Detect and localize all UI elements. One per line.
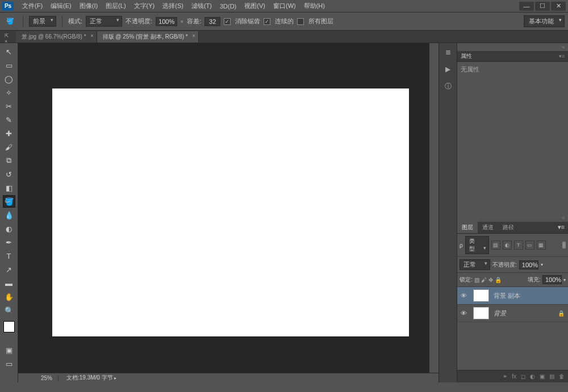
fill-input[interactable]: 100% (542, 275, 562, 284)
document-tab[interactable]: 景.jpg @ 66.7%(RGB/8) * × (16, 31, 97, 43)
foreground-swatch[interactable] (3, 321, 15, 332)
antialias-checkbox[interactable]: ✓ (224, 18, 231, 25)
filter-toggle[interactable] (562, 242, 566, 248)
hand-tool[interactable]: ✋ (3, 290, 15, 303)
document-canvas[interactable] (52, 88, 409, 336)
layer-name[interactable]: 背景 (494, 309, 506, 318)
workspace-switcher[interactable]: 基本功能 (524, 15, 565, 27)
vertical-scrollbar[interactable] (429, 43, 438, 373)
layer-blend-dropdown[interactable]: 正常 (460, 259, 490, 270)
panel-menu-icon[interactable]: ▾≡ (559, 53, 565, 59)
all-layers-checkbox[interactable] (297, 18, 304, 25)
menu-window[interactable]: 窗口(W) (269, 2, 300, 10)
marquee-tool[interactable]: ▭ (3, 59, 15, 71)
menu-edit[interactable]: 编辑(E) (47, 2, 76, 10)
pen-tool[interactable]: ✒ (3, 236, 15, 248)
menu-file[interactable]: 文件(F) (18, 2, 47, 10)
layer-filter-dropdown[interactable]: 类型 (465, 236, 489, 254)
lock-pixels-icon[interactable]: 🖌 (481, 277, 487, 283)
lock-position-icon[interactable]: ✥ (488, 277, 493, 283)
delete-layer-icon[interactable]: 🗑 (559, 373, 565, 380)
minimize-button[interactable]: — (519, 2, 534, 11)
document-info[interactable]: 文档:19.3M/0 字节 (66, 374, 116, 382)
antialias-label: 消除锯齿 (235, 17, 260, 26)
brush-tool[interactable]: 🖌 (3, 141, 15, 153)
menu-select[interactable]: 选择(S) (158, 2, 187, 10)
menu-layer[interactable]: 图层(L) (102, 2, 130, 10)
type-tool[interactable]: T (3, 250, 15, 262)
paths-tab[interactable]: 路径 (498, 222, 519, 233)
magic-wand-tool[interactable]: ✧ (3, 86, 15, 99)
visibility-toggle-icon[interactable]: 👁 (461, 292, 469, 299)
layer-opacity-input[interactable]: 100% (519, 260, 538, 269)
properties-panel-tab[interactable]: 属性 ▾≡ (457, 51, 568, 62)
menu-image[interactable]: 图像(I) (76, 2, 102, 10)
lock-all-icon[interactable]: 🔒 (495, 277, 502, 283)
blend-mode-dropdown[interactable]: 正常 (86, 16, 122, 27)
maximize-button[interactable]: ☐ (535, 2, 550, 11)
zoom-level[interactable]: 25% (41, 375, 59, 381)
lock-transparent-icon[interactable]: ▨ (474, 277, 479, 283)
layer-thumbnail[interactable] (473, 307, 489, 319)
link-layers-icon[interactable]: ⚭ (503, 373, 507, 380)
tool-preset-icon[interactable]: 🪣 (3, 15, 17, 28)
paint-bucket-tool[interactable]: 🪣 (3, 195, 15, 208)
filter-pixel-icon[interactable]: ▧ (491, 241, 500, 250)
quick-mask-icon[interactable]: ▣ (3, 344, 15, 356)
contiguous-checkbox[interactable]: ✓ (264, 18, 270, 25)
shape-tool[interactable]: ▬ (3, 277, 15, 289)
layer-thumbnail[interactable] (473, 289, 489, 302)
channels-tab[interactable]: 通道 (478, 222, 498, 233)
healing-tool[interactable]: ✚ (3, 127, 15, 140)
menu-view[interactable]: 视图(V) (240, 2, 269, 10)
layers-panel: 图层 通道 路径 ▾≡ ρ 类型 ▧ ◐ T ▭ ▦ 正常 不透明度: 100%… (457, 222, 568, 382)
layers-tab[interactable]: 图层 (457, 222, 478, 233)
layer-row[interactable]: 👁 背景 🔒 (457, 305, 568, 322)
zoom-tool[interactable]: 🔍 (3, 304, 15, 317)
screen-mode-icon[interactable]: ▭ (3, 357, 15, 370)
adjustment-layer-icon[interactable]: ◐ (530, 373, 535, 380)
history-brush-tool[interactable]: ↺ (3, 168, 15, 180)
document-tab[interactable]: 排版 @ 25% (背景 副本, RGB/8) * × (97, 31, 199, 43)
panel-collapse-icon[interactable]: « (457, 43, 568, 51)
dodge-tool[interactable]: ◐ (3, 222, 15, 235)
move-tool[interactable]: ↖ (3, 45, 15, 58)
tab-close-icon[interactable]: × (192, 33, 195, 39)
layer-row[interactable]: 👁 背景 副本 (457, 287, 568, 305)
tolerance-input[interactable]: 32 (204, 17, 220, 26)
panel-menu-icon[interactable]: ▾≡ (554, 222, 568, 233)
color-swatches[interactable] (1, 321, 17, 337)
menu-help[interactable]: 帮助(H) (300, 2, 329, 10)
menu-3d[interactable]: 3D(D) (216, 3, 240, 10)
stamp-tool[interactable]: ⧉ (3, 154, 15, 167)
fill-source-dropdown[interactable]: 前景 (29, 16, 56, 27)
layer-style-icon[interactable]: fx (512, 373, 516, 380)
crop-tool[interactable]: ✂ (3, 100, 15, 112)
layer-name[interactable]: 背景 副本 (494, 292, 520, 300)
right-panel-dock: « 属性 ▾≡ 无属性 « 图层 通道 路径 ▾≡ ρ 类型 ▧ ◐ T ▭ ▦ (457, 43, 568, 382)
visibility-toggle-icon[interactable]: 👁 (461, 310, 469, 317)
layer-mask-icon[interactable]: ◻ (521, 373, 525, 380)
eyedropper-tool[interactable]: ✎ (3, 113, 15, 126)
group-icon[interactable]: ▣ (540, 373, 545, 380)
filter-type-icon[interactable]: T (514, 241, 523, 250)
filter-smart-icon[interactable]: ▦ (537, 241, 546, 250)
menu-type[interactable]: 文字(Y) (130, 2, 159, 10)
filter-shape-icon[interactable]: ▭ (525, 241, 534, 250)
tab-pin-icon[interactable]: ⇱ × (5, 33, 12, 41)
new-layer-icon[interactable]: ▤ (549, 373, 554, 380)
info-panel-icon[interactable]: ⓘ (442, 81, 454, 92)
panel-collapse-icon[interactable]: « (457, 214, 568, 222)
menu-filter[interactable]: 滤镜(T) (187, 2, 216, 10)
eraser-tool[interactable]: ◧ (3, 182, 15, 194)
actions-panel-icon[interactable]: ▶ (442, 64, 454, 75)
opacity-label: 不透明度: (126, 17, 152, 26)
path-tool[interactable]: ↗ (3, 263, 15, 276)
tab-close-icon[interactable]: × (90, 33, 93, 39)
filter-adjust-icon[interactable]: ◐ (503, 241, 512, 250)
close-button[interactable]: ✕ (551, 2, 566, 11)
lasso-tool[interactable]: ◯ (3, 73, 15, 85)
blur-tool[interactable]: 💧 (3, 209, 15, 221)
opacity-input[interactable]: 100% (156, 17, 177, 26)
history-panel-icon[interactable]: ≣ (442, 47, 454, 58)
